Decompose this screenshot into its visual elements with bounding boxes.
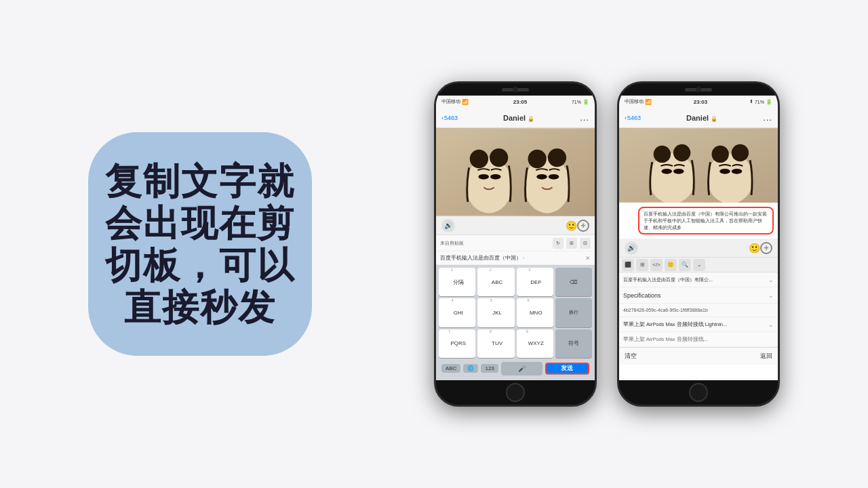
phone2-list-text2: 苹果上架 AirPods Max 音频转接线...	[623, 336, 774, 343]
phone2-toolbar-icon1[interactable]: ⬛	[622, 259, 634, 271]
phone1-key-4[interactable]: 4GHI	[439, 298, 475, 327]
phone1-voice-btn[interactable]: 🔊	[441, 219, 455, 232]
phone2-action-bar: 清空 返回	[619, 347, 778, 365]
phone1-key-symbols[interactable]: 符号	[555, 329, 592, 358]
phone2-list-row1[interactable]: 苹果上架 AirPods Max 音频转接线 Lightnin... ⌄	[619, 317, 778, 332]
svg-rect-1	[436, 129, 595, 216]
phone1-battery-icon: 🔋	[583, 99, 589, 105]
phone2-action-return[interactable]: 返回	[760, 352, 772, 361]
svg-point-14	[649, 153, 695, 203]
phone2-top-bar	[619, 83, 778, 96]
phone2-screen: 中国移动 📶 23:03 ⬆ 71% 🔋 ‹ 5463	[619, 96, 778, 380]
phone1-clipboard-icon2[interactable]: ⊞	[566, 238, 577, 249]
phone2-chat-image	[619, 128, 778, 203]
phone1-carrier: 中国移动	[441, 98, 460, 105]
phone2-list-text1: 苹果上架 AirPods Max 音频转接线 Lightnin...	[623, 321, 768, 328]
phone2-battery-icon: 🔋	[766, 99, 772, 105]
phone2-plus-btn[interactable]: +	[760, 242, 772, 254]
phone2-voice-btn[interactable]: 🔊	[625, 241, 638, 255]
phone2-chat-bubble: 百度手机输入法是由百度（中国）有限公司推出的一款安装于手机和平板中的人工智能输入…	[638, 207, 774, 235]
phone1-key-9[interactable]: 9WXYZ	[517, 329, 553, 358]
phone1-kb-row2: 4GHI 5JKL 6MNO 换行	[439, 298, 592, 327]
phone2-bubble-text: 百度手机输入法是由百度（中国）有限公司推出的一款安装于手机和平板中的人工智能输入…	[644, 211, 767, 230]
phone1-screen: 中国移动 📶 23:05 71% 🔋 ‹ 5463	[436, 96, 595, 380]
phone2-bottom	[619, 380, 778, 405]
phone1-key-2[interactable]: 2ABC	[477, 268, 514, 296]
phone2-toolbar-icon4[interactable]: 🙂	[665, 259, 677, 271]
phone1-bottom	[436, 380, 595, 405]
phone1-kb-row1: 1分隔 2ABC 3DEF ⌫	[439, 268, 592, 296]
phone1-123-key[interactable]: 123	[481, 364, 498, 373]
phone2-voice-area: 🔊 🙂 +	[619, 239, 778, 258]
phone1-status-bar: 中国移动 📶 23:05 71% 🔋	[436, 96, 595, 108]
phone2-battery: 71%	[755, 100, 764, 104]
phone2-nav-more[interactable]: ...	[763, 113, 772, 123]
phone2-emoji-btn[interactable]: 🙂	[749, 243, 760, 253]
phone1-nav-title: Daniel 🔒	[503, 114, 534, 122]
phone2-specs-row[interactable]: Specifications ⌄	[619, 287, 778, 304]
phone1-nav-bar: ‹ 5463 Daniel 🔒 ...	[436, 108, 595, 128]
phone1-key-8[interactable]: 8TUV	[477, 329, 514, 358]
svg-point-18	[673, 169, 684, 174]
phone2-toolbar-icon5[interactable]: 🔍	[679, 259, 691, 271]
svg-point-9	[548, 148, 566, 167]
phone1-home-btn[interactable]	[506, 383, 525, 402]
phone1-clipboard-x[interactable]: ✕	[585, 255, 591, 262]
phone1-plus-btn[interactable]: +	[577, 220, 589, 232]
svg-point-3	[470, 150, 488, 168]
phone1-key-return[interactable]: 换行	[555, 298, 592, 327]
phone2-toolbar-row: ⬛ ⊞ </> 🙂 🔍 ⌄	[619, 258, 778, 272]
phone2-specs-label: Specifications	[623, 292, 661, 299]
app-icon: 复制文字就 会出现在剪 切板，可以 直接秒发	[88, 132, 312, 356]
svg-point-19	[707, 153, 753, 203]
phone2-status-bar: 中国移动 📶 23:03 ⬆ 71% 🔋	[619, 96, 778, 108]
phone1-nav-more[interactable]: ...	[580, 113, 589, 123]
phone2-toolbar-icon3[interactable]: </>	[650, 259, 663, 271]
phone1-clipboard-icons: ↻ ⊞ ⊟	[553, 238, 591, 249]
phone1-key-3[interactable]: 3DEF	[517, 268, 553, 296]
phone2-list-chevron1: ⌄	[768, 321, 774, 328]
phone2-location-icon: ⬆	[749, 99, 753, 104]
phone1-globe-key[interactable]: 🌐	[463, 364, 478, 373]
page-container: 复制文字就 会出现在剪 切板，可以 直接秒发 中国移动 📶 23:05	[0, 0, 868, 488]
svg-point-15	[654, 146, 671, 163]
phone2-camera	[696, 87, 701, 92]
phone1-back-arrow-icon: ‹	[441, 115, 443, 121]
svg-rect-13	[619, 129, 778, 201]
phone1-chat-image	[436, 128, 595, 216]
phone1-clipboard-text-row: 百度手机输入法是由百度（中国） › ✕	[436, 251, 595, 265]
phone2-back-label: 5463	[627, 115, 641, 121]
phone1-input-bottom: ABC 🌐 123 🎤 发送	[439, 360, 592, 378]
phone1-back-label: 5463	[444, 115, 458, 121]
icon-line3: 切板，可以	[105, 245, 295, 285]
phone2-suggestion1[interactable]: 百度手机输入法是由百度（中国）有限公...	[623, 277, 768, 283]
phone2-mockup: 中国移动 📶 23:03 ⬆ 71% 🔋 ‹ 5463	[617, 81, 780, 407]
phone1-mic-key[interactable]: 🎤	[501, 362, 542, 375]
phone2-lock-icon: 🔒	[711, 116, 717, 122]
phone1-abc-key[interactable]: ABC	[441, 364, 460, 373]
phone1-key-1[interactable]: 1分隔	[439, 268, 475, 296]
phone2-toolbar-icon2[interactable]: ⊞	[636, 259, 648, 271]
phone1-send-button[interactable]: 发送	[545, 363, 589, 374]
phone1-nav-back[interactable]: ‹ 5463	[441, 115, 458, 121]
phone2-hash-row: 4b278426-059c-4ca6-9f3c-1f6ff3888a1b	[619, 304, 778, 317]
phone1-clipboard-label: 来自剪贴板	[440, 240, 464, 247]
phone1-key-5[interactable]: 5JKL	[477, 298, 514, 327]
icon-line1: 复制文字就	[105, 161, 295, 201]
phone1-emoji-btn[interactable]: 🙂	[566, 220, 577, 231]
phone2-home-btn[interactable]	[689, 383, 708, 402]
phone1-key-delete[interactable]: ⌫	[555, 268, 592, 296]
svg-point-7	[524, 158, 570, 214]
phones-container: 中国移动 📶 23:05 71% 🔋 ‹ 5463	[434, 81, 780, 407]
phone2-nav-back[interactable]: ‹ 5463	[625, 115, 641, 121]
svg-point-22	[719, 169, 730, 174]
phone2-list-row2[interactable]: 苹果上架 AirPods Max 音频转接线...	[619, 332, 778, 347]
phone2-hash-text: 4b278426-059c-4ca6-9f3c-1f6ff3888a1b	[623, 308, 708, 312]
phone1-wifi-icon: 📶	[462, 99, 469, 105]
phone2-toolbar-icon6[interactable]: ⌄	[693, 259, 705, 271]
phone2-action-clear[interactable]: 清空	[625, 352, 637, 361]
phone1-clipboard-icon1[interactable]: ↻	[553, 238, 564, 249]
phone1-clipboard-icon3[interactable]: ⊟	[580, 238, 591, 249]
phone1-key-7[interactable]: 7PQRS	[439, 329, 475, 358]
phone1-key-6[interactable]: 6MNO	[517, 298, 553, 327]
